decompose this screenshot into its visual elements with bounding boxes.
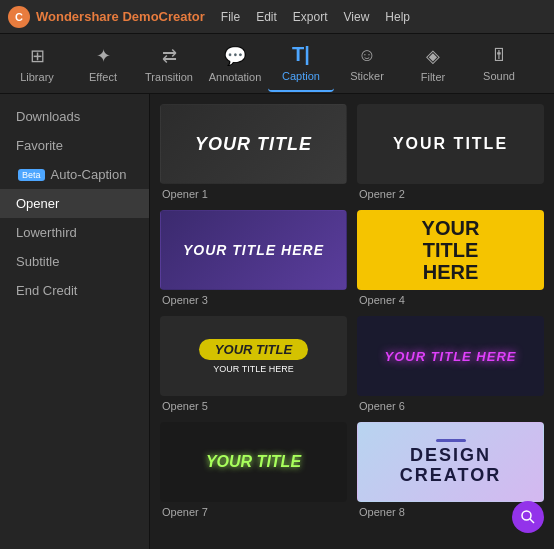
card-opener3[interactable]: YOUR TITLE HERE Opener 3: [160, 210, 347, 306]
sidebar-favorite-label: Favorite: [16, 138, 63, 153]
thumb-opener5: YOUR TITLE YOUR TITLE HERE: [160, 316, 347, 396]
menu-file[interactable]: File: [221, 10, 240, 24]
toolbar-transition[interactable]: ⇄ Transition: [136, 36, 202, 92]
sidebar-subtitle-label: Subtitle: [16, 254, 59, 269]
card-opener6[interactable]: YOUR TITLE HERE Opener 6: [357, 316, 544, 412]
thumb-opener1: YOUR TITLE: [160, 104, 347, 184]
annotation-icon: 💬: [224, 45, 246, 67]
svg-line-1: [530, 519, 534, 523]
opener7-title: YOUR TITLE: [206, 453, 301, 471]
sidebar: Downloads Favorite Beta Auto-Caption Ope…: [0, 94, 150, 549]
card-label-opener3: Opener 3: [160, 294, 347, 306]
toolbar-sound-label: Sound: [483, 70, 515, 82]
card-label-opener1: Opener 1: [160, 188, 347, 200]
sidebar-lowerthird-label: Lowerthird: [16, 225, 77, 240]
toolbar-transition-label: Transition: [145, 71, 193, 83]
toolbar-library[interactable]: ⊞ Library: [4, 36, 70, 92]
toolbar-sticker-label: Sticker: [350, 70, 384, 82]
effect-icon: ✦: [96, 45, 111, 67]
sidebar-endcredit-label: End Credit: [16, 283, 77, 298]
card-label-opener5: Opener 5: [160, 400, 347, 412]
menu-view[interactable]: View: [344, 10, 370, 24]
toolbar-sticker[interactable]: ☺ Sticker: [334, 36, 400, 92]
opener6-title: YOUR TITLE HERE: [384, 349, 516, 364]
opener5-badge: YOUR TITLE: [199, 339, 308, 360]
thumb-opener2: YOUR TITLE: [357, 104, 544, 184]
opener5-title: YOUR TITLE: [215, 342, 292, 357]
card-opener4[interactable]: YOUR TITLE HERE Opener 4: [357, 210, 544, 306]
content-area[interactable]: YOUR TITLE Opener 1 YOUR TITLE Opener 2 …: [150, 94, 554, 549]
thumb-opener8: DESIGNCREATOR: [357, 422, 544, 502]
card-label-opener6: Opener 6: [357, 400, 544, 412]
opener3-title: YOUR TITLE HERE: [183, 242, 324, 258]
sidebar-item-opener[interactable]: Opener: [0, 189, 149, 218]
top-bar: C Wondershare DemoCreator File Edit Expo…: [0, 0, 554, 34]
search-fab[interactable]: [512, 501, 544, 533]
card-grid: YOUR TITLE Opener 1 YOUR TITLE Opener 2 …: [160, 104, 544, 518]
sidebar-downloads-label: Downloads: [16, 109, 80, 124]
sidebar-item-subtitle[interactable]: Subtitle: [0, 247, 149, 276]
sticker-icon: ☺: [358, 45, 376, 66]
toolbar-library-label: Library: [20, 71, 54, 83]
card-label-opener4: Opener 4: [357, 294, 544, 306]
toolbar-effect-label: Effect: [89, 71, 117, 83]
menu-bar: File Edit Export View Help: [221, 10, 410, 24]
sound-icon: 🎚: [490, 45, 508, 66]
sidebar-autocaption-label: Auto-Caption: [51, 167, 127, 182]
toolbar-caption-label: Caption: [282, 70, 320, 82]
card-label-opener2: Opener 2: [357, 188, 544, 200]
app-title: Wondershare DemoCreator: [36, 9, 205, 24]
opener4-title: YOUR TITLE HERE: [422, 217, 480, 283]
toolbar: ⊞ Library ✦ Effect ⇄ Transition 💬 Annota…: [0, 34, 554, 94]
sidebar-item-end-credit[interactable]: End Credit: [0, 276, 149, 305]
filter-icon: ◈: [426, 45, 440, 67]
main-layout: Downloads Favorite Beta Auto-Caption Ope…: [0, 94, 554, 549]
toolbar-filter-label: Filter: [421, 71, 445, 83]
search-icon: [520, 509, 536, 525]
opener1-title: YOUR TITLE: [195, 134, 312, 155]
sidebar-item-downloads[interactable]: Downloads: [0, 102, 149, 131]
toolbar-caption[interactable]: T| Caption: [268, 36, 334, 92]
card-opener1[interactable]: YOUR TITLE Opener 1: [160, 104, 347, 200]
toolbar-annotation-label: Annotation: [209, 71, 262, 83]
toolbar-annotation[interactable]: 💬 Annotation: [202, 36, 268, 92]
svg-point-0: [522, 511, 531, 520]
thumb-opener7: YOUR TITLE: [160, 422, 347, 502]
sidebar-opener-label: Opener: [16, 196, 59, 211]
toolbar-sound[interactable]: 🎚 Sound: [466, 36, 532, 92]
menu-export[interactable]: Export: [293, 10, 328, 24]
menu-help[interactable]: Help: [385, 10, 410, 24]
card-label-opener7: Opener 7: [160, 506, 347, 518]
library-icon: ⊞: [30, 45, 45, 67]
menu-edit[interactable]: Edit: [256, 10, 277, 24]
opener8-dot: [436, 439, 466, 442]
thumb-opener3: YOUR TITLE HERE: [160, 210, 347, 290]
opener5-sub: YOUR TITLE HERE: [213, 364, 293, 374]
toolbar-effect[interactable]: ✦ Effect: [70, 36, 136, 92]
thumb-opener4: YOUR TITLE HERE: [357, 210, 544, 290]
card-opener8[interactable]: DESIGNCREATOR Opener 8: [357, 422, 544, 518]
sidebar-item-favorite[interactable]: Favorite: [0, 131, 149, 160]
sidebar-item-auto-caption[interactable]: Beta Auto-Caption: [0, 160, 149, 189]
opener8-title: DESIGNCREATOR: [400, 446, 501, 486]
logo-icon: C: [8, 6, 30, 28]
toolbar-filter[interactable]: ◈ Filter: [400, 36, 466, 92]
card-opener5[interactable]: YOUR TITLE YOUR TITLE HERE Opener 5: [160, 316, 347, 412]
opener2-title: YOUR TITLE: [393, 135, 508, 153]
transition-icon: ⇄: [162, 45, 177, 67]
caption-icon: T|: [292, 43, 310, 66]
card-opener7[interactable]: YOUR TITLE Opener 7: [160, 422, 347, 518]
thumb-opener6: YOUR TITLE HERE: [357, 316, 544, 396]
card-opener2[interactable]: YOUR TITLE Opener 2: [357, 104, 544, 200]
beta-badge: Beta: [18, 169, 45, 181]
app-logo: C Wondershare DemoCreator: [8, 6, 205, 28]
sidebar-item-lowerthird[interactable]: Lowerthird: [0, 218, 149, 247]
